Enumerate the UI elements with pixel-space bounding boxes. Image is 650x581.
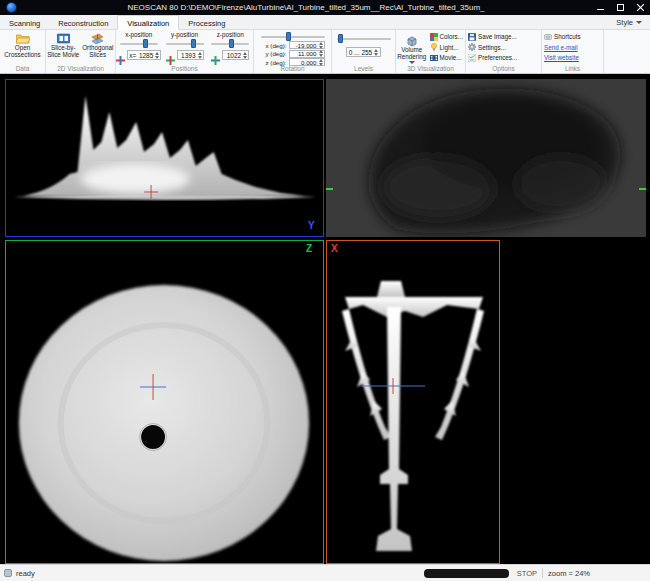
floppy-disk-icon — [468, 33, 476, 41]
levels-slider-thumb[interactable] — [338, 34, 343, 43]
checklist-icon — [468, 54, 476, 62]
stop-button[interactable]: STOP — [517, 569, 537, 578]
rotation-z-spinner[interactable] — [319, 59, 323, 66]
rotation-y-value: 11.000 — [291, 50, 317, 57]
visit-website-label: Visit website — [544, 54, 579, 61]
ribbon: Open Crossections Data Slice-by-Slice Mo… — [0, 29, 650, 74]
orthogonal-slices-button[interactable]: Orthogonal Slices — [81, 29, 115, 58]
zoom-level-text: zoom = 24% — [548, 569, 590, 578]
minimize-button[interactable] — [590, 0, 610, 15]
light-label: Light... — [440, 44, 459, 51]
x-slice-view[interactable] — [326, 240, 500, 564]
movie-label: Movie... — [440, 54, 462, 61]
levels-range-control[interactable]: 0 ... 255 — [346, 47, 382, 57]
rotation-x-spinner[interactable] — [319, 42, 323, 49]
visit-website-link[interactable]: Visit website — [542, 53, 603, 63]
rotation-y-spinner[interactable] — [319, 50, 323, 57]
levels-spinner[interactable] — [374, 49, 378, 56]
y-axis-label: Y — [308, 220, 315, 231]
x-position-slider-thumb[interactable] — [143, 39, 148, 48]
rotation-slider[interactable] — [261, 32, 325, 41]
chevron-down-icon — [409, 61, 415, 64]
shortcuts-button[interactable]: Shortcuts — [542, 32, 603, 42]
volume-rendering-button[interactable]: Volume Rendering — [396, 31, 428, 64]
tab-reconstruction[interactable]: Reconstruction — [49, 15, 117, 29]
group-label-levels: Levels — [332, 65, 395, 72]
x-position-spinbox[interactable]: x= 1285 — [116, 50, 161, 60]
z-position-slider[interactable] — [211, 39, 249, 48]
group-label-data: Data — [0, 65, 45, 72]
open-crossections-label: Open Crossections — [0, 45, 45, 58]
rotation-x-label: x (deg): — [261, 42, 287, 49]
slice-marker-left — [326, 188, 333, 190]
viewport-canvas: Y Z X — [0, 73, 650, 565]
x-position-value: 1285 — [136, 52, 153, 59]
rotation-z-input[interactable]: 0.000 — [289, 58, 325, 66]
z-position-value: 1022 — [224, 52, 241, 59]
statusbar-divider — [542, 568, 543, 578]
maximize-button[interactable] — [610, 0, 630, 15]
y-position-control: y-position 1393 — [162, 29, 208, 61]
y-spinner-arrows[interactable] — [198, 52, 202, 59]
x-value-prefix: x= — [129, 52, 136, 59]
tab-visualization[interactable]: Visualization — [117, 15, 179, 30]
y-position-slider[interactable] — [166, 39, 204, 48]
colors-label: Colors... — [440, 33, 463, 40]
send-email-label: Send e-mail — [544, 44, 578, 51]
x-position-title: x-position — [125, 31, 152, 38]
levels-range-value: 0 ... 255 — [349, 49, 373, 56]
shortcuts-label: Shortcuts — [554, 33, 581, 40]
open-crossections-button[interactable]: Open Crossections — [0, 29, 45, 58]
levels-slider[interactable] — [337, 34, 391, 43]
group-label-positions: Positions — [116, 65, 253, 72]
group-3d-visualization: Volume Rendering Colors... Light... — [396, 29, 466, 73]
movie-icon — [430, 54, 438, 62]
settings-button[interactable]: Settings... — [466, 43, 541, 53]
colors-button[interactable]: Colors... — [428, 32, 465, 42]
group-links: Shortcuts Send e-mail Visit website Link… — [542, 29, 604, 73]
slice-by-slice-movie-button[interactable]: Slice-by-Slice Movie — [46, 29, 80, 58]
gear-icon — [468, 43, 476, 51]
projection-3d-view[interactable] — [326, 79, 646, 237]
z-axis-label: Z — [306, 243, 312, 254]
rotation-z-value: 0.000 — [291, 59, 317, 66]
rotation-x-value: -19.000 — [291, 42, 317, 49]
rotation-x-input[interactable]: -19.000 — [289, 41, 325, 49]
y-slice-view[interactable] — [5, 79, 324, 237]
shortcuts-icon — [544, 33, 552, 41]
x-position-control: x-position x= 1285 — [116, 29, 162, 61]
y-position-slider-thumb[interactable] — [191, 39, 196, 48]
rotation-y-input[interactable]: 11.000 — [289, 50, 325, 58]
z-position-spinbox[interactable]: 1022 — [211, 50, 249, 60]
light-button[interactable]: Light... — [428, 43, 465, 53]
z-axis-icon — [211, 51, 220, 60]
z-spinner-arrows[interactable] — [243, 52, 247, 59]
app-menu-button[interactable] — [0, 0, 22, 15]
group-positions: x-position x= 1285 y-position — [116, 29, 254, 73]
rotation-slider-thumb[interactable] — [286, 32, 291, 41]
group-label-2d: 2D Visualization — [46, 65, 115, 72]
rotation-z-label: z (deg): — [261, 59, 287, 66]
z-position-slider-thumb[interactable] — [229, 39, 234, 48]
close-icon — [637, 4, 644, 11]
y-position-spinbox[interactable]: 1393 — [166, 50, 204, 60]
close-button[interactable] — [630, 0, 650, 15]
rotation-y-label: y (deg): — [261, 50, 287, 57]
chevron-down-icon — [636, 21, 642, 24]
send-email-link[interactable]: Send e-mail — [542, 43, 603, 53]
movie-button[interactable]: Movie... — [428, 53, 465, 63]
volume-rendering-label: Volume Rendering — [396, 47, 428, 60]
z-slice-view[interactable] — [5, 240, 324, 564]
palette-icon — [430, 33, 438, 41]
title-bar: NEOSCAN 80 D:\DEMO\Firenze\AluTurbine\Al… — [0, 0, 650, 15]
save-image-label: Save Image... — [478, 33, 517, 40]
group-label-links: Links — [542, 65, 603, 72]
tab-scanning[interactable]: Scanning — [0, 15, 49, 29]
preferences-button[interactable]: Preferences... — [466, 53, 541, 63]
tab-processing[interactable]: Processing — [179, 15, 234, 29]
x-position-slider[interactable] — [120, 39, 158, 48]
x-spinner-arrows[interactable] — [155, 52, 159, 59]
save-image-button[interactable]: Save Image... — [466, 32, 541, 42]
group-levels: 0 ... 255 Levels — [332, 29, 396, 73]
style-dropdown[interactable]: Style — [608, 15, 650, 29]
